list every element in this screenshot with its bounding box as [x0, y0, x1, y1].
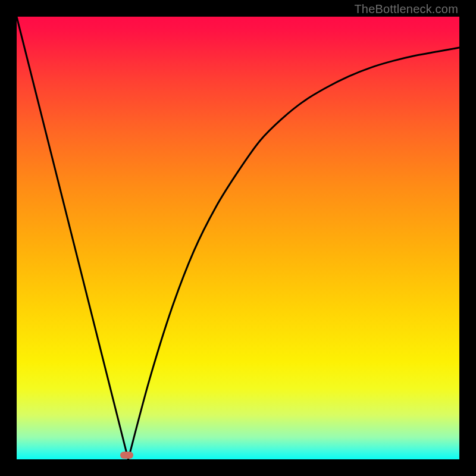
watermark-text: TheBottleneck.com	[354, 2, 458, 16]
minimum-marker	[120, 452, 133, 459]
chart-plot-area	[17, 17, 459, 459]
left-line	[17, 17, 129, 459]
chart-lines-svg	[17, 17, 459, 459]
right-curve	[129, 48, 460, 459]
